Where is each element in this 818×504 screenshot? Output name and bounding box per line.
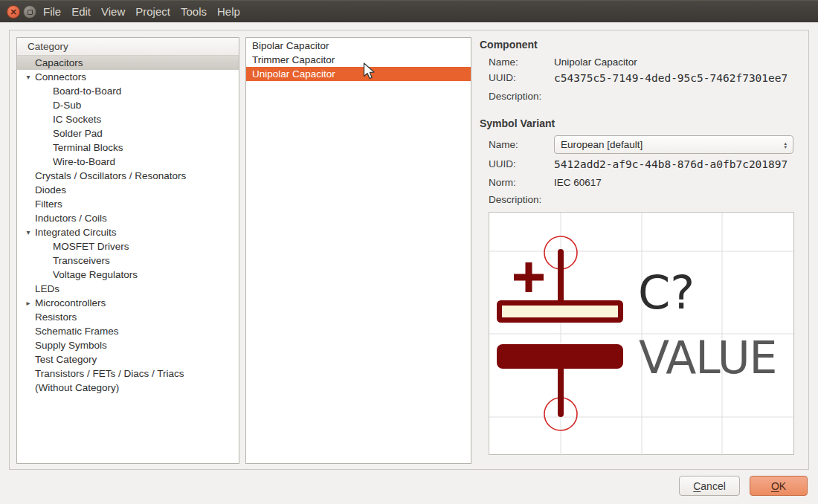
category-item-label: Terminal Blocks: [53, 140, 123, 155]
category-item-label: Transceivers: [53, 253, 110, 268]
category-item-label: Diodes: [35, 183, 66, 197]
category-item-label: Supply Symbols: [35, 338, 107, 352]
variant-uuid-label: UUID:: [489, 158, 554, 170]
menu-tools[interactable]: Tools: [181, 5, 207, 18]
category-item-label: Integrated Circuits: [35, 225, 117, 239]
close-window-icon[interactable]: ✕: [7, 5, 20, 19]
category-item-label: Microcontrollers: [35, 296, 106, 310]
category-item-transceivers[interactable]: Transceivers: [17, 253, 239, 268]
component-uuid-label: UUID:: [489, 72, 554, 84]
collapse-arrow-icon[interactable]: ▾: [22, 70, 35, 84]
designator-text: C?: [638, 270, 695, 316]
menu-project[interactable]: Project: [135, 5, 170, 18]
component-item-bipolar-capacitor[interactable]: Bipolar Capacitor: [246, 39, 471, 53]
category-item-label: Crystals / Oscillators / Resonators: [35, 169, 186, 183]
menubar: FileEditViewProjectToolsHelp: [43, 5, 240, 18]
category-item-solder-pad[interactable]: Solder Pad: [17, 126, 239, 140]
category-item-d-sub[interactable]: D-Sub: [17, 98, 239, 112]
restore-window-icon[interactable]: [23, 5, 36, 19]
category-item-label: Inductors / Coils: [35, 211, 107, 225]
variant-select[interactable]: European [default] ▴▾: [554, 135, 793, 154]
category-item-resistors[interactable]: Resistors: [17, 310, 239, 324]
variant-section-header: Symbol Variant: [480, 117, 555, 129]
menu-view[interactable]: View: [101, 5, 125, 18]
category-item-filters[interactable]: Filters: [17, 197, 239, 211]
category-item-mosfet-drivers[interactable]: MOSFET Drivers: [17, 239, 239, 253]
component-item-trimmer-capacitor[interactable]: Trimmer Capacitor: [246, 53, 471, 67]
category-item-voltage-regulators[interactable]: Voltage Regulators: [17, 268, 239, 282]
category-item-test-category[interactable]: Test Category: [17, 352, 239, 366]
category-tree[interactable]: Category Capacitors▾ConnectorsBoard-to-B…: [16, 37, 239, 464]
variant-norm-row: Norm: IEC 60617: [489, 177, 602, 188]
category-item-label: Resistors: [35, 310, 77, 324]
category-item-label: MOSFET Drivers: [53, 239, 129, 253]
bottom-plate: [497, 344, 623, 369]
component-section-header: Component: [480, 39, 538, 51]
menu-help[interactable]: Help: [217, 5, 240, 18]
category-item-label: (Without Category): [35, 381, 119, 395]
component-name-label: Name:: [489, 56, 554, 68]
plus-polarity-icon: [514, 262, 544, 292]
category-item-leds[interactable]: LEDs: [17, 282, 239, 296]
component-list-body: Bipolar CapacitorTrimmer CapacitorUnipol…: [246, 39, 471, 81]
category-item-label: D-Sub: [53, 98, 81, 112]
symbol-preview: C? VALUE: [489, 212, 794, 455]
component-description-row: Description:: [489, 91, 554, 102]
variant-select-value: European [default]: [561, 139, 643, 150]
menu-file[interactable]: File: [43, 5, 61, 18]
variant-norm-label: Norm:: [489, 177, 554, 188]
component-uuid-row: UUID: c54375c5-7149-4ded-95c5-7462f7301e…: [489, 72, 788, 84]
expand-arrow-icon[interactable]: ▸: [22, 296, 35, 310]
ok-button[interactable]: OK: [750, 476, 808, 496]
category-item-label: Wire-to-Board: [53, 155, 115, 169]
category-item-connectors[interactable]: ▾Connectors: [17, 70, 239, 84]
variant-description-row: Description:: [489, 194, 554, 205]
component-list[interactable]: Bipolar CapacitorTrimmer CapacitorUnipol…: [245, 37, 471, 464]
category-item-label: Capacitors: [35, 56, 83, 70]
mouse-cursor-icon: [363, 62, 376, 80]
category-item-without-category[interactable]: (Without Category): [17, 381, 239, 395]
category-tree-body: Capacitors▾ConnectorsBoard-to-BoardD-Sub…: [17, 56, 239, 395]
variant-name-row: Name:: [489, 139, 554, 150]
category-item-label: Voltage Regulators: [53, 268, 138, 282]
category-item-label: Schematic Frames: [35, 324, 119, 338]
collapse-arrow-icon[interactable]: ▾: [22, 225, 35, 239]
category-item-label: Board-to-Board: [53, 84, 121, 98]
variant-uuid-value: 5412add2-af9c-44b8-876d-a0fb7c201897: [554, 158, 788, 170]
category-item-schematic-frames[interactable]: Schematic Frames: [17, 324, 239, 338]
variant-description-label: Description:: [489, 194, 554, 205]
top-plate: [500, 303, 621, 320]
category-item-label: LEDs: [35, 282, 59, 296]
category-item-crystals-oscillators-resonators[interactable]: Crystals / Oscillators / Resonators: [17, 169, 239, 183]
category-item-label: Filters: [35, 197, 62, 211]
category-item-integrated-circuits[interactable]: ▾Integrated Circuits: [17, 225, 239, 239]
category-item-label: IC Sockets: [53, 112, 101, 126]
category-item-label: Transistors / FETs / Diacs / Triacs: [35, 366, 184, 381]
component-name-row: Name: Unipolar Capacitor: [489, 56, 637, 68]
combo-spinner-icon[interactable]: ▴▾: [784, 141, 787, 149]
component-name-value: Unipolar Capacitor: [554, 56, 637, 68]
category-item-ic-sockets[interactable]: IC Sockets: [17, 112, 239, 126]
category-item-label: Solder Pad: [53, 126, 103, 140]
component-item-unipolar-capacitor[interactable]: Unipolar Capacitor: [246, 67, 471, 81]
category-item-terminal-blocks[interactable]: Terminal Blocks: [17, 140, 239, 155]
component-description-label: Description:: [489, 91, 554, 102]
category-item-board-to-board[interactable]: Board-to-Board: [17, 84, 239, 98]
category-item-microcontrollers[interactable]: ▸Microcontrollers: [17, 296, 239, 310]
category-tree-header: Category: [17, 38, 239, 56]
category-item-transistors-fets-diacs-triacs[interactable]: Transistors / FETs / Diacs / Triacs: [17, 366, 239, 381]
category-item-wire-to-board[interactable]: Wire-to-Board: [17, 155, 239, 169]
titlebar: ✕ FileEditViewProjectToolsHelp: [0, 0, 818, 22]
category-item-label: Connectors: [35, 70, 86, 84]
category-item-capacitors[interactable]: Capacitors: [17, 56, 239, 70]
category-item-supply-symbols[interactable]: Supply Symbols: [17, 338, 239, 352]
category-item-diodes[interactable]: Diodes: [17, 183, 239, 197]
category-item-label: Test Category: [35, 352, 97, 366]
cancel-button[interactable]: Cancel: [679, 476, 740, 496]
component-uuid-value: c54375c5-7149-4ded-95c5-7462f7301ee7: [554, 72, 788, 84]
category-item-inductors-coils[interactable]: Inductors / Coils: [17, 211, 239, 225]
menu-edit[interactable]: Edit: [71, 5, 91, 18]
variant-uuid-row: UUID: 5412add2-af9c-44b8-876d-a0fb7c2018…: [489, 158, 788, 170]
value-placeholder-text: VALUE: [639, 335, 777, 381]
variant-name-label: Name:: [489, 139, 554, 150]
